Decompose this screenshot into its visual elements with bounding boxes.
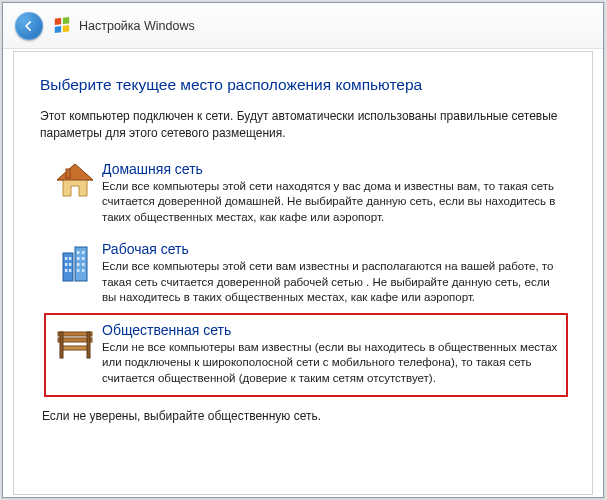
svg-rect-7 (63, 253, 73, 281)
svg-rect-10 (82, 251, 85, 254)
bench-icon (52, 322, 98, 387)
svg-rect-12 (82, 257, 85, 260)
svg-rect-20 (69, 263, 71, 266)
network-options: Домашняя сеть Если все компьютеры этой с… (40, 154, 566, 398)
svg-rect-25 (62, 346, 88, 350)
svg-rect-22 (69, 269, 71, 272)
svg-rect-16 (82, 269, 85, 272)
svg-rect-6 (66, 169, 70, 178)
content-area: Выберите текущее место расположения комп… (13, 51, 593, 495)
option-public-network[interactable]: Общественная сеть Если не все компьютеры… (44, 313, 568, 398)
option-body: Домашняя сеть Если все компьютеры этой с… (98, 161, 560, 226)
wizard-window: Настройка Windows Выберите текущее место… (2, 2, 604, 498)
svg-marker-5 (57, 164, 93, 180)
svg-rect-2 (55, 26, 61, 33)
option-work-network[interactable]: Рабочая сеть Если все компьютеры этой се… (46, 234, 566, 315)
svg-rect-13 (77, 263, 80, 266)
option-desc: Если не все компьютеры вам известны (есл… (102, 340, 560, 387)
house-icon (52, 161, 98, 226)
option-title: Рабочая сеть (102, 241, 560, 257)
svg-rect-21 (65, 269, 67, 272)
svg-rect-26 (60, 332, 63, 358)
footer-hint: Если не уверены, выбирайте общественную … (40, 409, 566, 423)
building-icon (52, 241, 98, 306)
page-heading: Выберите текущее место расположения комп… (40, 76, 566, 94)
svg-rect-14 (82, 263, 85, 266)
svg-rect-0 (55, 17, 61, 24)
option-body: Общественная сеть Если не все компьютеры… (98, 322, 560, 387)
option-body: Рабочая сеть Если все компьютеры этой се… (98, 241, 560, 306)
option-desc: Если все компьютеры этой сети вам извест… (102, 259, 560, 306)
svg-rect-18 (69, 257, 71, 260)
svg-rect-27 (87, 332, 90, 358)
intro-text: Этот компьютер подключен к сети. Будут а… (40, 108, 566, 142)
windows-flag-icon (53, 17, 71, 35)
svg-rect-8 (75, 247, 87, 281)
option-home-network[interactable]: Домашняя сеть Если все компьютеры этой с… (46, 154, 566, 235)
svg-rect-3 (63, 25, 69, 32)
back-button[interactable] (15, 12, 43, 40)
svg-rect-17 (65, 257, 67, 260)
titlebar: Настройка Windows (3, 3, 603, 49)
arrow-left-icon (22, 19, 36, 33)
titlebar-label: Настройка Windows (79, 19, 195, 33)
svg-rect-9 (77, 251, 80, 254)
option-title: Домашняя сеть (102, 161, 560, 177)
svg-rect-11 (77, 257, 80, 260)
svg-rect-19 (65, 263, 67, 266)
svg-rect-1 (63, 17, 69, 24)
svg-rect-15 (77, 269, 80, 272)
option-title: Общественная сеть (102, 322, 560, 338)
option-desc: Если все компьютеры этой сети находятся … (102, 179, 560, 226)
